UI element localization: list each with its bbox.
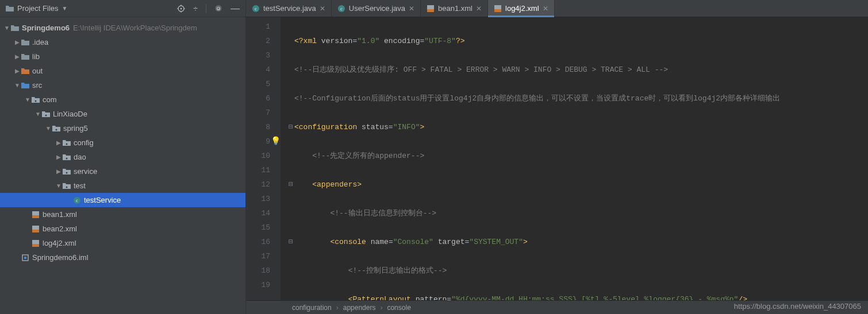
line-number: 17	[246, 249, 270, 263]
folder-icon	[21, 39, 30, 46]
line-number: 4	[246, 63, 270, 77]
svg-point-7	[45, 114, 47, 116]
breadcrumb-item[interactable]: appenders	[343, 304, 376, 312]
tree-label: bean1.xml	[43, 207, 77, 222]
iml-icon	[21, 254, 30, 262]
chevron-down-icon[interactable]: ▼	[45, 121, 52, 135]
tab-label: UserService.java	[349, 4, 405, 13]
editor-body: 1 2 3 4 5 6 7 8 9💡 10 11 12 13 14 15 16 …	[246, 17, 868, 300]
package-icon	[52, 125, 61, 132]
line-number: 18	[246, 263, 270, 278]
line-number: 15	[246, 220, 270, 235]
tree-item-idea[interactable]: ▶ .idea	[0, 35, 245, 49]
tree-item-config[interactable]: ▶ config	[0, 135, 245, 150]
svg-text:c: c	[76, 197, 78, 203]
chevron-right-icon[interactable]: ▶	[55, 164, 62, 179]
tree-item-testservice[interactable]: c testService	[0, 193, 245, 207]
chevron-down-icon[interactable]: ▼	[34, 107, 41, 121]
tree-item-linxiaode[interactable]: ▼ LinXiaoDe	[0, 107, 245, 121]
dropdown-icon[interactable]: ▼	[62, 5, 68, 11]
line-number: 8	[246, 120, 270, 134]
tree-label: LinXiaoDe	[53, 107, 87, 121]
tab-label: bean1.xml	[438, 4, 473, 13]
chevron-right-icon[interactable]: ▶	[55, 150, 62, 164]
breadcrumb-item[interactable]: configuration	[292, 304, 332, 312]
tab-log4j2[interactable]: log4j2.xml ✕	[488, 0, 555, 17]
line-number: 3	[246, 48, 270, 63]
svg-text:c: c	[340, 6, 343, 11]
collapse-icon[interactable]: ÷	[193, 4, 198, 13]
chevron-right-icon[interactable]: ▶	[14, 35, 21, 49]
svg-rect-28	[427, 9, 434, 12]
tree-label: service	[74, 164, 97, 179]
tab-bean1[interactable]: bean1.xml ✕	[421, 0, 488, 17]
line-number: 2	[246, 34, 270, 48]
tree-item-bean2[interactable]: bean2.xml	[0, 222, 245, 236]
gear-icon[interactable]	[214, 5, 222, 13]
chevron-right-icon[interactable]: ▶	[55, 135, 62, 150]
close-icon[interactable]: ✕	[409, 5, 414, 13]
tree-project-root[interactable]: ▼ Springdemo6 E:\Intellij IDEA\WorkPlace…	[0, 21, 245, 35]
package-icon	[62, 168, 71, 175]
chevron-down-icon[interactable]: ▼	[55, 179, 62, 193]
tree-label: lib	[32, 49, 40, 64]
tree-item-lib[interactable]: ▶ lib	[0, 49, 245, 64]
svg-point-9	[66, 143, 68, 145]
chevron-down-icon[interactable]: ▼	[3, 21, 10, 35]
svg-point-1	[180, 7, 182, 9]
folder-icon	[6, 5, 14, 12]
tab-testservice[interactable]: c testService.java ✕	[246, 0, 332, 17]
project-name: Springdemo6	[22, 21, 70, 35]
svg-point-12	[66, 186, 68, 188]
tree-item-com[interactable]: ▼ com	[0, 92, 245, 107]
tree-item-log4j2[interactable]: log4j2.xml	[0, 236, 245, 250]
folder-icon	[10, 25, 20, 32]
xml-icon	[31, 239, 40, 247]
code-content[interactable]: <?xml version="1.0" encoding="UTF-8"?> <…	[281, 17, 868, 300]
chevron-right-icon[interactable]: ▶	[14, 49, 21, 64]
divider	[206, 4, 206, 13]
folder-icon	[21, 53, 30, 60]
locate-icon[interactable]	[177, 5, 185, 13]
chevron-down-icon[interactable]: ▼	[14, 78, 21, 92]
svg-text:c: c	[255, 6, 257, 11]
close-icon[interactable]: ✕	[543, 5, 548, 13]
svg-rect-16	[32, 215, 39, 218]
tree-item-bean1[interactable]: bean1.xml	[0, 207, 245, 222]
svg-rect-20	[32, 244, 39, 247]
tree-item-spring5[interactable]: ▼ spring5	[0, 121, 245, 135]
tab-label: testService.java	[263, 4, 316, 13]
line-number: 12	[246, 177, 270, 192]
line-number: 6	[246, 91, 270, 106]
tree-label: .idea	[32, 35, 48, 49]
intention-bulb-icon[interactable]: 💡	[271, 134, 281, 149]
line-number: 14	[246, 206, 270, 220]
tree-item-dao[interactable]: ▶ dao	[0, 150, 245, 164]
sidebar-title[interactable]: Project Files	[17, 4, 59, 13]
tree-item-out[interactable]: ▶ out	[0, 64, 245, 78]
tree-label: spring5	[63, 121, 88, 135]
sidebar-header: Project Files ▼ ÷ —	[0, 0, 245, 17]
tree-item-test[interactable]: ▼ test	[0, 179, 245, 193]
tab-userservice[interactable]: c UserService.java ✕	[332, 0, 421, 17]
tree-label: test	[74, 179, 86, 193]
tree-item-iml[interactable]: Springdemo6.iml	[0, 250, 245, 265]
xml-icon	[31, 211, 40, 219]
xml-icon	[494, 5, 502, 13]
tree-item-src[interactable]: ▼ src	[0, 78, 245, 92]
chevron-right-icon[interactable]: ▶	[14, 64, 21, 78]
xml-icon	[427, 5, 435, 13]
svg-point-10	[66, 157, 68, 159]
tree-label: log4j2.xml	[43, 236, 76, 250]
breadcrumb-item[interactable]: console	[387, 304, 410, 312]
chevron-down-icon[interactable]: ▼	[24, 92, 31, 107]
hide-icon[interactable]: —	[231, 6, 240, 11]
class-icon: c	[72, 196, 82, 204]
svg-rect-22	[24, 257, 26, 259]
close-icon[interactable]: ✕	[476, 5, 482, 13]
tree-label: dao	[74, 150, 86, 164]
tree-item-service[interactable]: ▶ service	[0, 164, 245, 179]
project-path: E:\Intellij IDEA\WorkPlace\Springdem	[73, 21, 197, 35]
line-number: 19	[246, 278, 270, 292]
close-icon[interactable]: ✕	[320, 5, 325, 13]
